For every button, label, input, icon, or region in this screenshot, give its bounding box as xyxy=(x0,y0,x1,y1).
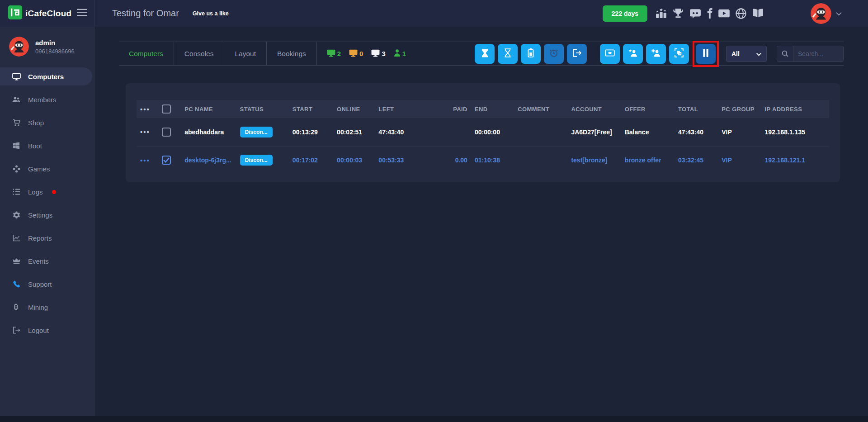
header-left: LEFT xyxy=(375,100,443,118)
discord-icon[interactable] xyxy=(689,9,701,19)
days-remaining-button[interactable]: 222 days xyxy=(603,5,647,22)
header-pc-name: PC NAME xyxy=(181,100,236,118)
admin-name: admin xyxy=(35,39,75,47)
tab-layout[interactable]: Layout xyxy=(224,42,267,65)
hamburger-menu-icon[interactable] xyxy=(77,9,87,18)
row-menu-icon[interactable]: ••• xyxy=(140,156,150,164)
member-plus-icon xyxy=(651,49,661,59)
topbar-icons xyxy=(656,8,764,19)
tab-computers[interactable]: Computers xyxy=(119,42,174,65)
search-icon[interactable] xyxy=(777,46,793,62)
search-box xyxy=(777,46,844,62)
admin-profile[interactable]: admin 096184986696 xyxy=(0,27,95,57)
tab-toolbar-strip: Computers Consoles Layout Bookings 2 0 3… xyxy=(119,42,844,66)
trophy-icon[interactable] xyxy=(673,8,684,19)
row-checkbox[interactable] xyxy=(162,128,171,137)
tab-consoles[interactable]: Consoles xyxy=(174,42,225,65)
cell-online: 00:02:51 xyxy=(333,118,375,146)
header-paid: PAID xyxy=(443,100,471,118)
hourglass-filled-button[interactable] xyxy=(475,44,495,64)
chevron-down-icon xyxy=(756,50,761,57)
cell-online: 00:00:03 xyxy=(333,146,375,174)
page-title: Testing for Omar xyxy=(112,8,179,19)
sidebar-item-settings[interactable]: Settings xyxy=(0,206,95,224)
sidebar-item-reports[interactable]: Reports xyxy=(0,229,95,247)
alarm-button[interactable] xyxy=(544,44,564,64)
pause-icon xyxy=(703,49,709,58)
sign-out-icon xyxy=(572,49,581,58)
sidebar-item-boot[interactable]: Boot xyxy=(0,137,95,155)
hourglass-outline-button[interactable] xyxy=(498,44,518,64)
cash-button[interactable] xyxy=(600,44,620,64)
hourglass-outline-icon xyxy=(504,48,512,59)
ranking-icon[interactable] xyxy=(656,8,667,19)
status-counters: 2 0 3 1 xyxy=(327,42,406,65)
screen-capture-icon xyxy=(675,48,684,59)
brand[interactable]: iCafeCloud xyxy=(8,5,71,21)
search-input[interactable] xyxy=(793,46,843,62)
row-checkbox-checked[interactable] xyxy=(162,156,171,165)
cash-icon xyxy=(605,49,615,58)
checkout-button[interactable] xyxy=(567,44,587,64)
globe-icon[interactable] xyxy=(736,8,746,19)
highlight-box xyxy=(693,41,719,67)
toolbar: All xyxy=(472,42,844,65)
sidebar-item-shop[interactable]: Shop xyxy=(0,114,95,132)
pause-button[interactable] xyxy=(696,44,716,64)
sidebar-item-logs[interactable]: Logs xyxy=(0,183,95,201)
add-member-button[interactable] xyxy=(646,44,666,64)
logout-icon xyxy=(12,327,21,334)
youtube-icon[interactable] xyxy=(718,9,730,18)
sidebar: admin 096184986696 Computers Members Sho… xyxy=(0,27,95,416)
pc-group-filter-select[interactable]: All xyxy=(726,46,767,62)
cart-icon xyxy=(12,119,21,126)
battery-icon xyxy=(528,48,534,59)
brand-logo-icon xyxy=(8,5,22,21)
cell-ip-address: 192.168.121.1 xyxy=(761,146,830,174)
sidebar-item-label: Logs xyxy=(28,188,43,196)
monitor-icon xyxy=(349,49,358,58)
sidebar-item-computers[interactable]: Computers xyxy=(0,67,92,85)
guest-member-button[interactable] xyxy=(623,44,643,64)
sidebar-item-mining[interactable]: Mining xyxy=(0,298,95,316)
cell-offer: bronze offer xyxy=(621,146,675,174)
header-checkbox xyxy=(158,100,181,118)
row-menu-icon[interactable]: ••• xyxy=(140,105,150,113)
cell-ip-address: 192.168.1.135 xyxy=(761,118,830,146)
screen-capture-button[interactable] xyxy=(669,44,689,64)
busy-pc-counter: 0 xyxy=(349,49,363,58)
sidebar-item-support[interactable]: Support xyxy=(0,275,95,293)
bitcoin-icon xyxy=(12,303,21,311)
header-end: END xyxy=(471,100,514,118)
user-menu[interactable] xyxy=(811,3,842,24)
select-all-checkbox[interactable] xyxy=(162,104,171,114)
table-row[interactable]: ••• desktop-6j3rg... Discon... 00:17:02 … xyxy=(137,146,829,174)
phone-icon xyxy=(12,280,21,288)
computers-table: ••• PC NAME STATUS START ONLINE LEFT PAI… xyxy=(137,100,829,174)
chart-icon xyxy=(12,234,21,242)
facebook-icon[interactable] xyxy=(707,8,712,19)
online-pc-counter: 2 xyxy=(327,49,341,58)
header-comment: COMMENT xyxy=(514,100,567,118)
hourglass-filled-icon xyxy=(481,49,489,59)
sidebar-item-events[interactable]: Events xyxy=(0,252,95,270)
sidebar-item-members[interactable]: Members xyxy=(0,90,95,109)
gear-icon xyxy=(12,211,21,219)
manual-icon[interactable] xyxy=(752,9,764,18)
give-us-a-like-link[interactable]: Give us a like xyxy=(193,10,229,17)
row-menu-icon[interactable]: ••• xyxy=(140,128,150,136)
sidebar-item-games[interactable]: Games xyxy=(0,160,95,178)
sidebar-item-label: Support xyxy=(28,280,52,288)
cell-start: 00:13:29 xyxy=(289,118,333,146)
alarm-clock-icon xyxy=(549,48,558,59)
sidebar-item-logout[interactable]: Logout xyxy=(0,321,95,339)
cell-pc-name[interactable]: abedhaddara xyxy=(181,118,236,146)
admin-avatar xyxy=(9,37,29,57)
header-status: STATUS xyxy=(236,100,289,118)
tab-bookings[interactable]: Bookings xyxy=(267,42,317,65)
member-star-icon xyxy=(628,49,638,59)
header-ip-address: IP ADDRESS xyxy=(761,100,830,118)
battery-button[interactable] xyxy=(521,44,541,64)
table-row[interactable]: ••• abedhaddara Discon... 00:13:29 00:02… xyxy=(137,118,829,146)
cell-pc-name[interactable]: desktop-6j3rg... xyxy=(181,146,236,174)
